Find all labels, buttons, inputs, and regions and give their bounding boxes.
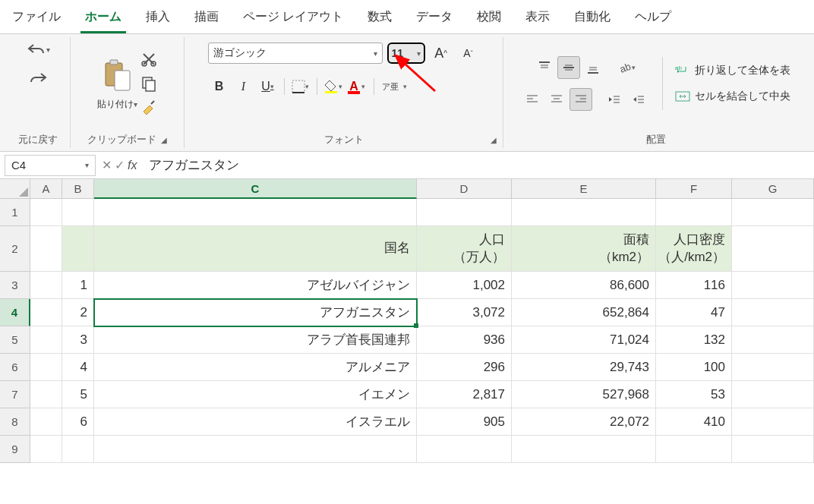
cell[interactable]: 29,743 xyxy=(512,354,656,381)
increase-font-button[interactable]: A^ xyxy=(430,42,453,65)
col-header-E[interactable]: E xyxy=(512,179,656,199)
fx-button[interactable]: fx xyxy=(128,159,137,172)
cell[interactable] xyxy=(62,226,94,272)
italic-button[interactable]: I xyxy=(232,75,255,98)
fill-color-button[interactable]: ▾ xyxy=(322,75,345,98)
cell[interactable]: 652,864 xyxy=(512,299,656,326)
tab-help[interactable]: ヘルプ xyxy=(630,5,676,33)
cell[interactable]: 905 xyxy=(417,408,512,436)
border-button[interactable]: ▾ xyxy=(289,75,312,98)
cell[interactable] xyxy=(62,436,94,463)
cell[interactable] xyxy=(30,436,62,463)
select-all-corner[interactable] xyxy=(0,179,30,199)
cell[interactable]: 22,072 xyxy=(512,408,656,436)
cell[interactable]: 2,817 xyxy=(417,381,512,408)
cell[interactable]: 71,024 xyxy=(512,326,656,354)
cell[interactable] xyxy=(512,199,656,226)
cell[interactable]: 1 xyxy=(62,272,94,299)
cell[interactable]: アフガニスタン xyxy=(94,299,417,326)
cell[interactable]: 132 xyxy=(656,326,732,354)
cell[interactable]: 53 xyxy=(656,381,732,408)
copy-button[interactable] xyxy=(140,75,157,92)
phonetic-button[interactable]: ア亜 xyxy=(379,75,402,98)
cell[interactable] xyxy=(30,199,62,226)
cell[interactable] xyxy=(732,436,814,463)
clipboard-launcher[interactable]: ◢ xyxy=(161,136,167,144)
tab-view[interactable]: 表示 xyxy=(521,5,554,33)
cell[interactable]: 3,072 xyxy=(417,299,512,326)
cell[interactable] xyxy=(656,436,732,463)
cell[interactable] xyxy=(30,226,62,272)
cell[interactable]: 116 xyxy=(656,272,732,299)
tab-draw[interactable]: 描画 xyxy=(190,5,223,33)
row-header[interactable]: 1 xyxy=(0,199,30,226)
bold-button[interactable]: B xyxy=(208,75,231,98)
undo-button[interactable]: ▾ xyxy=(24,37,52,61)
cell[interactable]: 527,968 xyxy=(512,381,656,408)
tab-review[interactable]: 校閲 xyxy=(472,5,506,33)
cell[interactable]: 4 xyxy=(62,354,94,381)
cell[interactable]: 人口密度 （人/km2） xyxy=(656,226,732,272)
cell[interactable]: 3 xyxy=(62,326,94,354)
cell[interactable]: 国名 xyxy=(94,226,417,272)
align-bottom-button[interactable] xyxy=(582,56,604,79)
paste-button[interactable] xyxy=(99,57,136,93)
col-header-A[interactable]: A xyxy=(30,179,62,199)
cell[interactable] xyxy=(30,272,62,299)
cell[interactable]: アゼルバイジャン xyxy=(94,272,417,299)
cell[interactable] xyxy=(732,226,814,272)
decrease-font-button[interactable]: Aˇ xyxy=(457,42,480,65)
cell[interactable]: 296 xyxy=(417,354,512,381)
cancel-formula-button[interactable]: ✕ xyxy=(102,158,112,172)
col-header-C[interactable]: C xyxy=(94,179,417,199)
col-header-F[interactable]: F xyxy=(656,179,732,199)
cell[interactable] xyxy=(732,408,814,436)
decrease-indent-button[interactable] xyxy=(603,88,626,111)
row-header[interactable]: 3 xyxy=(0,272,30,299)
redo-button[interactable] xyxy=(24,66,52,90)
cell[interactable] xyxy=(30,299,62,326)
enter-formula-button[interactable]: ✓ xyxy=(115,158,125,172)
cell[interactable]: アラブ首長国連邦 xyxy=(94,326,417,354)
cell[interactable]: 410 xyxy=(656,408,732,436)
row-header[interactable]: 5 xyxy=(0,326,30,354)
cell[interactable] xyxy=(30,354,62,381)
cell[interactable] xyxy=(732,381,814,408)
cell[interactable]: 2 xyxy=(62,299,94,326)
formula-input[interactable]: アフガニスタン xyxy=(143,156,809,174)
row-header[interactable]: 6 xyxy=(0,354,30,381)
row-header[interactable]: 2 xyxy=(0,226,30,272)
cell[interactable] xyxy=(732,299,814,326)
name-box[interactable]: C4▾ xyxy=(5,155,96,176)
cell[interactable] xyxy=(30,408,62,436)
orientation-button[interactable]: ab▾ xyxy=(615,56,638,79)
col-header-D[interactable]: D xyxy=(417,179,512,199)
font-launcher[interactable]: ◢ xyxy=(491,136,497,144)
align-center-button[interactable] xyxy=(545,88,568,111)
cell[interactable]: 86,600 xyxy=(512,272,656,299)
tab-formulas[interactable]: 数式 xyxy=(363,5,396,33)
cell[interactable] xyxy=(94,199,417,226)
tab-insert[interactable]: 挿入 xyxy=(141,5,175,33)
tab-automate[interactable]: 自動化 xyxy=(569,5,615,33)
cell[interactable] xyxy=(30,381,62,408)
cell[interactable]: 936 xyxy=(417,326,512,354)
cut-button[interactable] xyxy=(140,51,157,68)
cell[interactable] xyxy=(417,436,512,463)
cell[interactable] xyxy=(732,199,814,226)
cell[interactable]: 5 xyxy=(62,381,94,408)
cell[interactable]: 47 xyxy=(656,299,732,326)
cell[interactable]: 面積 （km2） xyxy=(512,226,656,272)
align-right-button[interactable] xyxy=(569,88,592,111)
font-name-select[interactable]: 游ゴシック▾ xyxy=(208,43,383,64)
cell[interactable] xyxy=(62,199,94,226)
col-header-G[interactable]: G xyxy=(732,179,814,199)
cell[interactable] xyxy=(94,436,417,463)
underline-button[interactable]: U▾ xyxy=(257,75,279,98)
font-color-button[interactable]: A▾ xyxy=(346,75,369,98)
tab-file[interactable]: ファイル xyxy=(8,5,65,33)
cell[interactable] xyxy=(417,199,512,226)
cell[interactable]: 人口 （万人） xyxy=(417,226,512,272)
cell[interactable] xyxy=(732,354,814,381)
cell[interactable] xyxy=(30,326,62,354)
